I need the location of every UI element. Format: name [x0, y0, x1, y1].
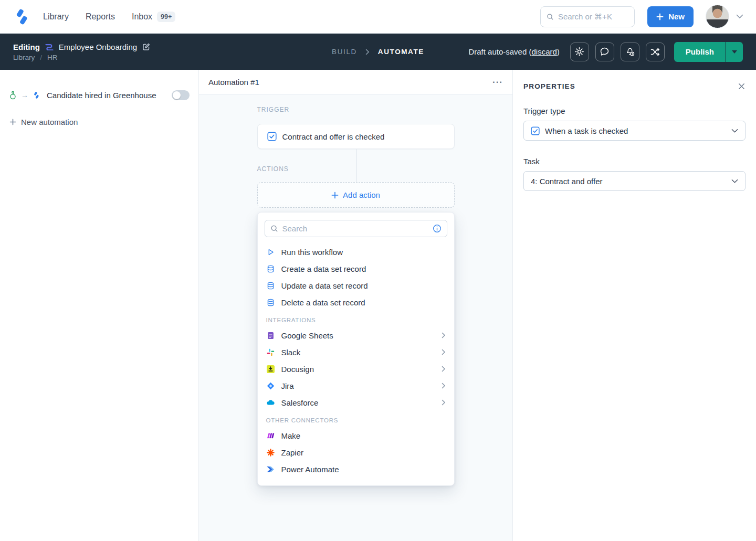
menu-item-update-record[interactable]: Update a data set record: [265, 277, 447, 294]
search-icon: [270, 225, 278, 232]
database-icon: [267, 299, 275, 306]
task-label: Task: [523, 157, 746, 166]
action-menu-list: Run this workflow Create a data set reco…: [265, 243, 447, 478]
menu-item-label: Slack: [281, 348, 301, 357]
slack-icon: [267, 348, 275, 356]
comments-button[interactable]: [595, 43, 614, 61]
process-street-logo[interactable]: [13, 7, 32, 26]
tab-build[interactable]: BUILD: [332, 48, 357, 56]
trigger-type-select[interactable]: When a task is checked: [523, 121, 746, 141]
breadcrumb: Library / HR: [13, 54, 151, 61]
publish-label: Publish: [686, 47, 714, 56]
add-action-label: Add action: [343, 190, 380, 199]
tab-automate[interactable]: AUTOMATE: [378, 48, 424, 56]
action-menu-dropdown: Run this workflow Create a data set reco…: [257, 212, 455, 486]
arrow-right-icon: →: [21, 91, 28, 99]
new-button-label: New: [668, 12, 685, 21]
nav-reports-label: Reports: [86, 12, 115, 22]
close-icon: [738, 82, 746, 90]
breadcrumb-library[interactable]: Library: [13, 54, 35, 61]
trigger-type-value: When a task is checked: [545, 126, 628, 135]
breadcrumb-hr[interactable]: HR: [47, 54, 58, 61]
action-search[interactable]: [265, 220, 447, 237]
nav-library-label: Library: [43, 12, 69, 22]
account-menu-chevron[interactable]: [736, 14, 743, 19]
greenhouse-icon: [9, 91, 17, 100]
menu-item-run-workflow[interactable]: Run this workflow: [265, 243, 447, 260]
task-select[interactable]: 4: Contract and offer: [523, 171, 746, 191]
new-automation-button[interactable]: New automation: [0, 114, 198, 129]
chevron-right-icon: [442, 399, 446, 406]
discard-link[interactable]: discard: [531, 47, 556, 56]
workflow-name[interactable]: Employee Onboarding: [59, 43, 137, 51]
close-properties-button[interactable]: [738, 82, 746, 90]
menu-item-label: Google Sheets: [281, 331, 333, 340]
search-input[interactable]: [558, 12, 628, 21]
docusign-icon: [267, 365, 275, 373]
plus-icon: [656, 13, 664, 20]
trigger-connector: ACTIONS: [257, 149, 455, 182]
checkbox-checked-icon: [531, 126, 540, 135]
menu-item-docusign[interactable]: Docusign: [265, 360, 447, 377]
editor-toolbar: Editing Employee Onboarding Library / HR…: [0, 34, 756, 70]
properties-panel: PROPERTIES Trigger type When a task is c…: [513, 70, 756, 541]
actions-section-label: ACTIONS: [257, 165, 289, 173]
other-connectors-section-label: OTHER CONNECTORS: [265, 417, 447, 423]
automation-menu-button[interactable]: ···: [492, 78, 503, 87]
settings-button[interactable]: [570, 43, 589, 61]
menu-item-zapier[interactable]: Zapier: [265, 444, 447, 461]
chevron-down-icon: [736, 14, 743, 19]
google-sheets-icon: [267, 332, 275, 340]
menu-item-delete-record[interactable]: Delete a data set record: [265, 294, 447, 311]
global-search[interactable]: [540, 6, 635, 27]
main-content: → Candidate hired in Greenhouse New auto…: [0, 70, 756, 541]
edit-pencil-icon[interactable]: [142, 43, 151, 51]
connector-line: [356, 149, 356, 182]
nav-inbox[interactable]: Inbox 99+: [132, 12, 175, 22]
menu-item-label: Zapier: [281, 448, 304, 457]
plus-icon: [9, 119, 16, 125]
menu-item-make[interactable]: Make: [265, 427, 447, 444]
add-action-button[interactable]: Add action: [257, 182, 455, 208]
database-icon: [267, 265, 275, 273]
navbar-right: New: [540, 5, 743, 28]
trigger-card[interactable]: Contract and offer is checked: [257, 124, 455, 149]
inbox-count-badge: 99+: [157, 12, 175, 22]
shuffle-button[interactable]: [646, 43, 665, 61]
menu-item-salesforce[interactable]: Salesforce: [265, 394, 447, 411]
database-icon: [267, 282, 275, 290]
publish-options-button[interactable]: [726, 42, 743, 62]
publish-button[interactable]: Publish: [674, 42, 726, 62]
menu-item-label: Power Automate: [281, 465, 339, 474]
nav-library[interactable]: Library: [43, 12, 69, 22]
menu-item-power-automate[interactable]: Power Automate: [265, 461, 447, 478]
automation-toggle[interactable]: [172, 90, 190, 100]
chevron-right-icon: [442, 332, 446, 338]
editing-mode-label: Editing: [13, 43, 40, 51]
chevron-right-icon: [442, 366, 446, 372]
menu-item-jira[interactable]: Jira: [265, 377, 447, 394]
chevron-down-icon: [731, 179, 738, 184]
editor-steps: BUILD AUTOMATE: [332, 48, 424, 56]
primary-nav: Library Reports Inbox 99+: [43, 12, 175, 22]
menu-item-create-record[interactable]: Create a data set record: [265, 260, 447, 277]
info-icon[interactable]: [433, 224, 442, 233]
workflow-icon: [45, 43, 54, 50]
menu-item-label: Make: [281, 431, 301, 440]
chevron-right-icon: [365, 49, 370, 55]
menu-item-slack[interactable]: Slack: [265, 344, 447, 360]
menu-item-google-sheets[interactable]: Google Sheets: [265, 327, 447, 344]
new-button[interactable]: New: [647, 6, 694, 27]
publish-split-button: Publish: [674, 42, 743, 62]
automation-list-item[interactable]: → Candidate hired in Greenhouse: [0, 87, 198, 103]
process-street-logo-icon: [13, 8, 31, 26]
power-automate-icon: [266, 466, 275, 473]
nav-reports[interactable]: Reports: [86, 12, 115, 22]
nav-inbox-label: Inbox: [132, 12, 152, 22]
notifications-button[interactable]: [621, 43, 639, 61]
checkbox-checked-icon: [267, 132, 277, 141]
automation-item-label: Candidate hired in Greenhouse: [47, 91, 167, 100]
chevron-right-icon: [442, 349, 446, 355]
avatar[interactable]: [706, 5, 729, 28]
action-search-input[interactable]: [282, 224, 428, 233]
